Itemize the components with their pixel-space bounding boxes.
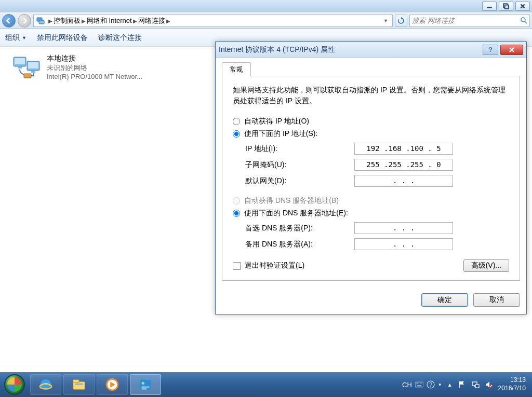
svg-rect-10 [15,58,25,64]
chevron-down-icon: ▼ [22,35,26,40]
flag-icon[interactable] [458,380,466,389]
content-pane: 本地连接 未识别的网络 Intel(R) PRO/1000 MT Networ.… [0,47,532,372]
advanced-button[interactable]: 高级(V)... [463,259,509,272]
input-preferred-dns[interactable]: . . . [354,222,453,234]
connection-adapter: Intel(R) PRO/1000 MT Networ... [47,73,142,80]
organize-label: 组织 [5,33,20,43]
tab-strip: 常规 [222,62,520,76]
start-button[interactable] [0,372,29,397]
help-button[interactable]: ? [483,45,498,55]
cancel-button[interactable]: 取消 [473,293,520,307]
label-validate-on-exit: 退出时验证设置(L) [245,261,304,270]
svg-rect-40 [475,385,479,388]
window-titlebar [0,0,532,12]
search-icon[interactable] [520,17,527,25]
dialog-title: Internet 协议版本 4 (TCP/IPv4) 属性 [219,45,335,54]
label-alternate-dns: 备用 DNS 服务器(A): [245,240,354,249]
address-bar: ▶ 控制面板 ▶ 网络和 Internet ▶ 网络连接 ▶ ▼ 搜索 网络连接 [0,12,532,29]
svg-rect-35 [417,386,421,387]
radio-manual-dns[interactable]: 使用下面的 DNS 服务器地址(E): [233,209,509,218]
label-subnet-mask: 子网掩码(U): [245,160,354,170]
dialog-close-button[interactable] [500,45,523,55]
maximize-button[interactable] [499,2,513,11]
network-connection-item[interactable]: 本地连接 未识别的网络 Intel(R) PRO/1000 MT Networ.… [10,52,203,83]
svg-rect-6 [39,20,44,24]
tab-general[interactable]: 常规 [222,62,251,76]
diagnose-button[interactable]: 诊断这个连接 [98,33,142,43]
ime-indicator[interactable]: CH ? ▼ [402,380,442,389]
svg-point-26 [142,381,145,385]
clock-time: 13:13 [498,376,526,385]
chevron-right-icon: ▶ [48,18,52,24]
refresh-button[interactable] [395,15,407,27]
svg-text:?: ? [429,381,432,388]
dialog-footer: 确定 取消 [216,287,526,314]
connection-name: 本地连接 [47,54,142,63]
network-tray-icon[interactable] [471,380,480,389]
network-adapter-icon [12,54,42,79]
input-ip-address[interactable]: 192 .168 .100 . 5 [354,143,453,155]
network-folder-icon [36,16,45,25]
volume-icon[interactable] [485,380,493,389]
radio-manual-ip[interactable]: 使用下面的 IP 地址(S): [233,129,509,139]
input-subnet-mask[interactable]: 255 .255 .255 . 0 [354,159,453,171]
breadcrumb-item[interactable]: 网络和 Internet [87,16,132,25]
breadcrumb-dropdown-icon[interactable]: ▼ [383,18,388,23]
tray-chevron-up-icon[interactable]: ▲ [447,382,453,388]
taskbar-ie-button[interactable] [30,374,61,395]
disable-device-button[interactable]: 禁用此网络设备 [37,33,88,43]
svg-line-8 [525,21,527,23]
back-button[interactable] [2,14,16,28]
ipv4-properties-dialog: Internet 协议版本 4 (TCP/IPv4) 属性 ? 常规 如果网络支… [215,42,527,314]
breadcrumb-item[interactable]: 控制面板 [54,16,81,25]
input-default-gateway[interactable]: . . . [354,175,453,187]
radio-auto-ip-input[interactable] [233,118,240,125]
chevron-right-icon: ▶ [133,18,137,24]
forward-button[interactable] [18,14,31,28]
svg-rect-21 [73,380,79,383]
system-tray: CH ? ▼ ▲ 13:13 2016/7/10 [402,376,532,392]
description-text: 如果网络支持此功能，则可以获取自动指派的 IP 设置。否则，您需要从网络系统管理… [233,85,509,106]
label-default-gateway: 默认网关(D): [245,176,354,186]
ime-help-icon[interactable]: ? [427,380,435,389]
svg-rect-28 [142,389,147,390]
svg-rect-25 [140,380,151,390]
label-preferred-dns: 首选 DNS 服务器(P): [245,224,354,233]
taskbar-clock[interactable]: 13:13 2016/7/10 [498,376,526,392]
dropdown-icon[interactable]: ▼ [438,382,442,387]
input-alternate-dns[interactable]: . . . [354,238,453,250]
svg-rect-13 [28,62,38,69]
close-button[interactable] [515,2,530,11]
taskbar-media-player-button[interactable] [97,374,128,395]
svg-rect-22 [75,384,83,385]
chevron-right-icon: ▶ [82,18,86,24]
organize-menu[interactable]: 组织 ▼ [5,33,26,43]
svg-rect-29 [415,382,423,387]
svg-point-7 [521,18,525,22]
connection-status: 未识别的网络 [47,63,142,73]
minimize-button[interactable] [482,2,497,11]
svg-rect-14 [31,71,35,73]
radio-auto-dns-input [233,197,240,204]
radio-auto-ip[interactable]: 自动获得 IP 地址(O) [233,117,509,126]
label-ip-address: IP 地址(I): [245,144,354,154]
windows-logo-icon [4,374,25,395]
radio-auto-dns: 自动获得 DNS 服务器地址(B) [233,196,509,206]
chevron-right-icon: ▶ [166,18,170,24]
svg-rect-27 [142,387,150,388]
dialog-titlebar[interactable]: Internet 协议版本 4 (TCP/IPv4) 属性 ? [216,42,526,58]
radio-manual-ip-input[interactable] [233,130,240,138]
checkbox-validate-on-exit[interactable] [233,262,241,270]
clock-date: 2016/7/10 [498,385,526,393]
taskbar-active-app-button[interactable] [130,374,161,395]
keyboard-icon [415,380,423,389]
search-input[interactable]: 搜索 网络连接 [409,15,530,27]
breadcrumb-item[interactable]: 网络连接 [138,16,165,25]
ok-button[interactable]: 确定 [421,293,468,307]
svg-rect-2 [505,5,509,9]
taskbar-explorer-button[interactable] [63,374,95,395]
breadcrumb[interactable]: ▶ 控制面板 ▶ 网络和 Internet ▶ 网络连接 ▶ ▼ [33,15,393,27]
svg-rect-11 [18,66,22,69]
taskbar: CH ? ▼ ▲ 13:13 2016/7/10 [0,372,532,397]
radio-manual-dns-input[interactable] [233,210,240,217]
